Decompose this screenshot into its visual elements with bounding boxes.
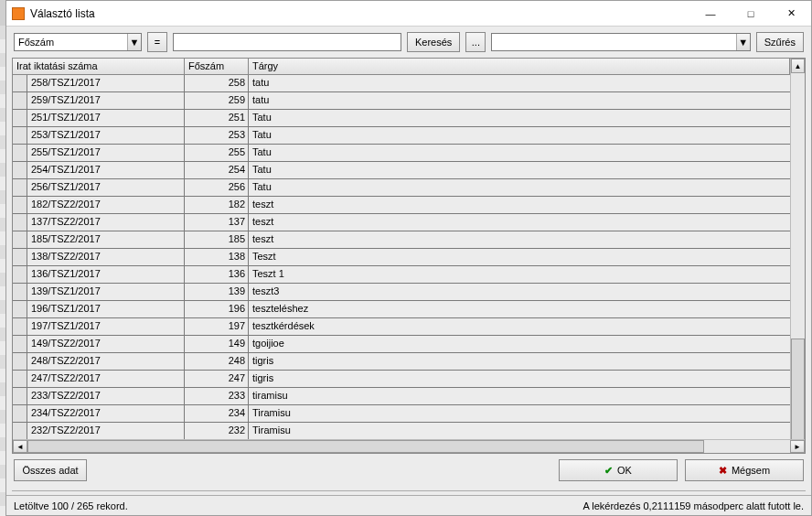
table-row[interactable]: 251/TSZ1/2017251Tatu: [13, 110, 805, 127]
scroll-thumb[interactable]: [791, 339, 805, 448]
table-row[interactable]: 139/TSZ1/2017139teszt3: [13, 284, 805, 301]
table-row[interactable]: 137/TSZ2/2017137teszt: [13, 214, 805, 231]
ok-button[interactable]: OK: [559, 459, 678, 481]
cell-foszam: 149: [185, 336, 249, 352]
cell-targy: tgoijioe: [249, 336, 805, 352]
vertical-scrollbar[interactable]: ▲ ▼: [790, 59, 805, 439]
scroll-right-icon[interactable]: ►: [790, 440, 805, 453]
cell-targy: Tiramisu: [249, 405, 805, 422]
statusbar: Letöltve 100 / 265 rekord. A lekérdezés …: [6, 495, 811, 515]
table-row[interactable]: 256/TSZ1/2017256Tatu: [13, 179, 805, 197]
column-header-targy[interactable]: Tárgy: [249, 59, 790, 75]
cell-iktszam: 259/TSZ1/2017: [27, 92, 185, 109]
row-selector[interactable]: [13, 127, 27, 144]
column-header-iktszam[interactable]: Irat iktatási száma: [13, 59, 185, 75]
row-selector[interactable]: [13, 388, 27, 404]
row-selector[interactable]: [13, 284, 27, 300]
table-row[interactable]: 138/TSZ2/2017138Teszt: [13, 249, 805, 266]
table-row[interactable]: 185/TSZ2/2017185teszt: [13, 231, 805, 249]
row-selector[interactable]: [13, 75, 27, 91]
table-row[interactable]: 196/TSZ1/2017196teszteléshez: [13, 301, 805, 318]
minimize-button[interactable]: ―: [690, 1, 731, 27]
row-selector[interactable]: [13, 179, 27, 196]
cell-foszam: 139: [185, 284, 249, 300]
cell-iktszam: 196/TSZ1/2017: [27, 301, 185, 317]
row-selector[interactable]: [13, 336, 27, 352]
table-row[interactable]: 197/TSZ1/2017197tesztkérdések: [13, 318, 805, 336]
cell-targy: tigris: [249, 353, 805, 370]
row-selector[interactable]: [13, 353, 27, 370]
cell-foszam: 233: [185, 388, 249, 404]
cell-foszam: 255: [185, 145, 249, 161]
row-selector[interactable]: [13, 266, 27, 283]
row-selector[interactable]: [13, 405, 27, 422]
table-row[interactable]: 136/TSZ1/2017136Teszt 1: [13, 266, 805, 284]
cell-iktszam: 255/TSZ1/2017: [27, 145, 185, 161]
cell-iktszam: 149/TSZ2/2017: [27, 336, 185, 352]
cell-iktszam: 182/TSZ2/2017: [27, 197, 185, 213]
cell-iktszam: 253/TSZ1/2017: [27, 127, 185, 144]
row-selector[interactable]: [13, 231, 27, 248]
table-row[interactable]: 234/TSZ2/2017234Tiramisu: [13, 405, 805, 423]
cell-targy: teszt: [249, 214, 805, 231]
cell-foszam: 247: [185, 371, 249, 387]
table-row[interactable]: 233/TSZ2/2017233tiramisu: [13, 388, 805, 405]
row-selector[interactable]: [13, 301, 27, 317]
filter-select[interactable]: ▼: [491, 33, 750, 51]
scroll-left-icon[interactable]: ◄: [13, 440, 27, 453]
chevron-down-icon: ▼: [736, 34, 750, 50]
table-row[interactable]: 258/TSZ1/2017258tatu: [13, 75, 805, 92]
maximize-button[interactable]: □: [731, 1, 771, 27]
cell-targy: tesztkérdések: [249, 318, 805, 335]
all-data-button[interactable]: Összes adat: [14, 459, 87, 481]
search-input[interactable]: [173, 33, 401, 51]
close-button[interactable]: ✕: [771, 1, 811, 27]
titlebar: Választó lista ― □ ✕: [6, 1, 811, 27]
row-selector[interactable]: [13, 92, 27, 109]
table-row[interactable]: 254/TSZ1/2017254Tatu: [13, 162, 805, 179]
table-row[interactable]: 149/TSZ2/2017149tgoijioe: [13, 336, 805, 353]
row-selector[interactable]: [13, 249, 27, 265]
cell-targy: Tatu: [249, 179, 805, 196]
table-row[interactable]: 182/TSZ2/2017182teszt: [13, 197, 805, 214]
horizontal-scrollbar[interactable]: ◄ ►: [13, 439, 805, 453]
cell-foszam: 138: [185, 249, 249, 265]
dialog-window: Választó lista ― □ ✕ Főszám ▼ = Keresés …: [5, 0, 812, 516]
cell-foszam: 197: [185, 318, 249, 335]
cell-iktszam: 185/TSZ2/2017: [27, 231, 185, 248]
table-row[interactable]: 255/TSZ1/2017255Tatu: [13, 145, 805, 162]
app-icon: [12, 7, 25, 20]
cell-iktszam: 136/TSZ1/2017: [27, 266, 185, 283]
cell-foszam: 182: [185, 197, 249, 213]
row-selector[interactable]: [13, 110, 27, 126]
field-select[interactable]: Főszám ▼: [14, 33, 142, 51]
cell-targy: tigris: [249, 371, 805, 387]
search-button[interactable]: Keresés: [407, 32, 460, 52]
table-row[interactable]: 253/TSZ1/2017253Tatu: [13, 127, 805, 145]
more-button[interactable]: ...: [465, 32, 486, 52]
table-row[interactable]: 247/TSZ2/2017247tigris: [13, 371, 805, 388]
row-selector[interactable]: [13, 197, 27, 213]
cell-targy: Tatu: [249, 110, 805, 126]
row-selector[interactable]: [13, 371, 27, 387]
column-header-foszam[interactable]: Főszám: [185, 59, 249, 75]
search-toolbar: Főszám ▼ = Keresés ... ▼ Szűrés: [6, 27, 811, 58]
table-row[interactable]: 232/TSZ2/2017232Tiramisu: [13, 423, 805, 439]
filter-button[interactable]: Szűrés: [756, 32, 804, 52]
row-selector[interactable]: [13, 145, 27, 161]
dialog-buttons: Összes adat OK Mégsem: [6, 454, 811, 487]
cell-iktszam: 254/TSZ1/2017: [27, 162, 185, 178]
equals-button[interactable]: =: [147, 32, 167, 52]
row-selector[interactable]: [13, 423, 27, 439]
row-selector[interactable]: [13, 162, 27, 178]
row-selector[interactable]: [13, 318, 27, 335]
cell-targy: Teszt: [249, 249, 805, 265]
scroll-up-icon[interactable]: ▲: [791, 59, 805, 73]
cell-iktszam: 258/TSZ1/2017: [27, 75, 185, 91]
cell-foszam: 258: [185, 75, 249, 91]
cancel-button[interactable]: Mégsem: [685, 459, 804, 481]
table-row[interactable]: 259/TSZ1/2017259tatu: [13, 92, 805, 110]
scroll-thumb-h[interactable]: [27, 440, 704, 453]
table-row[interactable]: 248/TSZ2/2017248tigris: [13, 353, 805, 371]
row-selector[interactable]: [13, 214, 27, 231]
